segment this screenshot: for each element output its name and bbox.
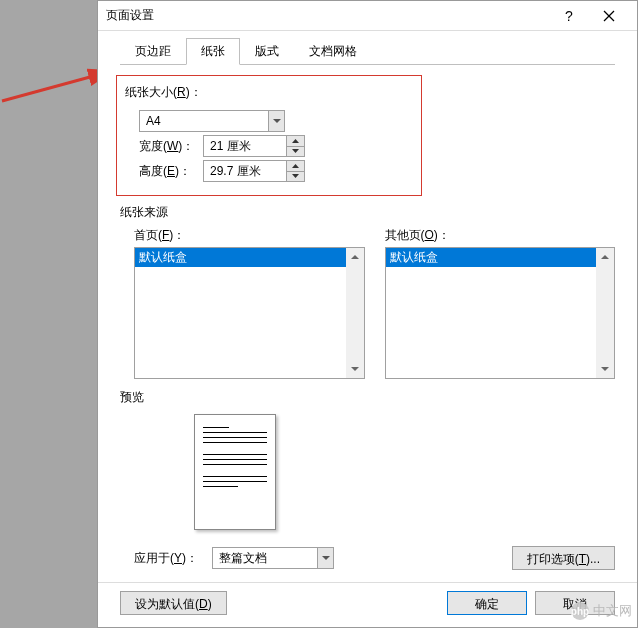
- caret-down-icon: [292, 149, 299, 153]
- width-spin-down[interactable]: [287, 147, 304, 157]
- first-page-label: 首页(F)：: [134, 227, 365, 247]
- list-item[interactable]: 默认纸盒: [386, 248, 597, 267]
- svg-marker-10: [351, 367, 359, 371]
- first-page-listbox[interactable]: 默认纸盒: [134, 247, 365, 379]
- svg-marker-4: [273, 119, 281, 123]
- width-spin-up[interactable]: [287, 136, 304, 147]
- scroll-down-button[interactable]: [346, 360, 364, 378]
- watermark: php 中文网: [571, 602, 632, 620]
- paper-source-label: 纸张来源: [120, 204, 615, 227]
- paper-source-section: 纸张来源 首页(F)： 默认纸盒: [120, 204, 615, 379]
- svg-marker-12: [601, 367, 609, 371]
- width-spinner[interactable]: [203, 135, 305, 157]
- page-preview-thumbnail: [194, 414, 276, 530]
- height-spin-down[interactable]: [287, 172, 304, 182]
- svg-line-1: [2, 71, 112, 101]
- paper-size-combo[interactable]: [139, 110, 285, 132]
- tab-paper[interactable]: 纸张: [186, 38, 240, 65]
- set-default-button[interactable]: 设为默认值(D): [120, 591, 227, 615]
- php-logo-icon: php: [571, 602, 589, 620]
- page-setup-dialog: 页面设置 ? 页边距 纸张 版式 文档网格 纸张大小(R)：: [97, 0, 638, 628]
- caret-up-icon: [292, 164, 299, 168]
- help-button[interactable]: ?: [549, 2, 589, 30]
- svg-marker-6: [292, 149, 299, 153]
- svg-marker-11: [601, 255, 609, 259]
- apply-to-value[interactable]: [213, 548, 317, 568]
- caret-down-icon: [351, 365, 359, 373]
- scroll-track[interactable]: [346, 266, 364, 360]
- tab-margins[interactable]: 页边距: [120, 38, 186, 65]
- dialog-title: 页面设置: [106, 7, 549, 24]
- scrollbar[interactable]: [596, 248, 614, 378]
- height-input[interactable]: [204, 161, 286, 181]
- height-spinner[interactable]: [203, 160, 305, 182]
- scroll-up-button[interactable]: [346, 248, 364, 266]
- svg-marker-9: [351, 255, 359, 259]
- caret-up-icon: [601, 253, 609, 261]
- width-label: 宽度(W)：: [139, 138, 203, 155]
- caret-down-icon: [292, 174, 299, 178]
- caret-up-icon: [292, 139, 299, 143]
- close-button[interactable]: [589, 2, 629, 30]
- tab-layout[interactable]: 版式: [240, 38, 294, 65]
- svg-marker-7: [292, 164, 299, 168]
- tab-bar: 页边距 纸张 版式 文档网格: [98, 31, 637, 64]
- title-bar: 页面设置 ?: [98, 1, 637, 31]
- caret-up-icon: [351, 253, 359, 261]
- preview-section: 预览: [120, 389, 615, 538]
- preview-label: 预览: [120, 389, 615, 412]
- print-options-button[interactable]: 打印选项(T)...: [512, 546, 615, 570]
- svg-marker-13: [322, 556, 330, 560]
- apply-to-dropdown-button[interactable]: [317, 548, 333, 568]
- paper-size-label: 纸张大小(R)：: [125, 80, 413, 107]
- tab-grid[interactable]: 文档网格: [294, 38, 372, 65]
- svg-marker-5: [292, 139, 299, 143]
- height-spin-up[interactable]: [287, 161, 304, 172]
- svg-marker-8: [292, 174, 299, 178]
- tab-content: 纸张大小(R)： 宽度(W)：: [98, 65, 637, 582]
- dialog-footer: 设为默认值(D) 确定 取消: [98, 582, 637, 627]
- scrollbar[interactable]: [346, 248, 364, 378]
- apply-to-label: 应用于(Y)：: [134, 550, 198, 567]
- ok-button[interactable]: 确定: [447, 591, 527, 615]
- height-label: 高度(E)：: [139, 163, 203, 180]
- list-item[interactable]: 默认纸盒: [135, 248, 346, 267]
- paper-size-highlight: 纸张大小(R)： 宽度(W)：: [116, 75, 422, 196]
- paper-size-dropdown-button[interactable]: [268, 111, 284, 131]
- width-input[interactable]: [204, 136, 286, 156]
- apply-to-combo[interactable]: [212, 547, 334, 569]
- caret-down-icon: [601, 365, 609, 373]
- scroll-down-button[interactable]: [596, 360, 614, 378]
- other-pages-listbox[interactable]: 默认纸盒: [385, 247, 616, 379]
- scroll-up-button[interactable]: [596, 248, 614, 266]
- scroll-track[interactable]: [596, 266, 614, 360]
- chevron-down-icon: [322, 554, 330, 562]
- paper-size-value[interactable]: [140, 111, 268, 131]
- close-icon: [603, 10, 615, 22]
- other-pages-label: 其他页(O)：: [385, 227, 616, 247]
- chevron-down-icon: [273, 117, 281, 125]
